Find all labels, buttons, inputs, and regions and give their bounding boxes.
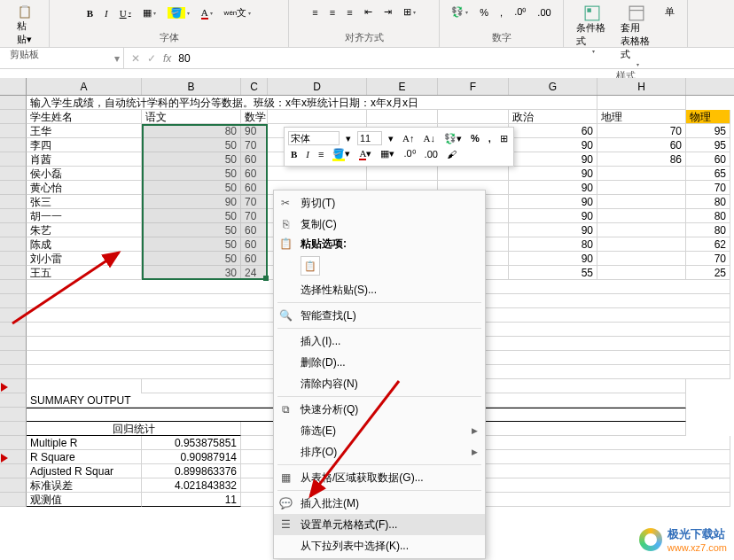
table-format-icon <box>629 5 644 21</box>
percent-button[interactable]: % <box>476 4 492 19</box>
align-group-label: 对齐方式 <box>345 31 384 44</box>
italic-button[interactable]: I <box>101 4 112 21</box>
watermark: 极光下载站 www.xz7.com <box>639 526 727 553</box>
svg-rect-3 <box>587 8 591 12</box>
mini-font-select[interactable] <box>288 131 340 145</box>
comment-icon: 💬 <box>277 495 293 511</box>
indent-inc-button[interactable]: ⇥ <box>380 4 395 19</box>
table-format-button[interactable]: 套用表格格式▾ <box>615 4 658 69</box>
align-top-button[interactable]: ≡ <box>308 4 321 19</box>
underline-button[interactable]: U ▾ <box>116 4 135 21</box>
currency-button[interactable]: 💱▾ <box>448 4 472 19</box>
menu-clear[interactable]: 清除内容(N) <box>274 373 485 394</box>
menu-from-table[interactable]: ▦从表格/区域获取数据(G)... <box>274 467 485 488</box>
formula-input[interactable]: 80 <box>178 52 190 65</box>
align-bottom-button[interactable]: ≡ <box>343 4 355 19</box>
mini-bold[interactable]: B <box>288 148 300 160</box>
currency-mini[interactable]: 💱▾ <box>441 132 465 145</box>
mini-dec2[interactable]: .00 <box>422 148 441 160</box>
bold-button[interactable]: B <box>83 4 97 21</box>
header-yw[interactable]: 语文 <box>142 110 241 124</box>
paste-icon: 📋 <box>277 236 293 252</box>
border-button[interactable]: ▦▾ <box>139 4 160 21</box>
paste-button[interactable]: 粘贴▾ <box>12 4 37 48</box>
menu-smart-lookup[interactable]: 🔍智能查找(L) <box>274 305 485 326</box>
menu-insert-comment[interactable]: 💬插入批注(M) <box>274 493 485 514</box>
menu-insert[interactable]: 插入(I)... <box>274 331 485 352</box>
paste-label: 粘贴▾ <box>17 19 32 46</box>
watermark-url: www.xz7.com <box>668 542 727 553</box>
mini-toolbar: ▾ ▾ A↑ A↓ 💱▾ % , ⊞ B I ≡ 🪣▾ A▾ ▦▾ .0⁰ .0… <box>284 127 514 167</box>
mini-dec1[interactable]: .0⁰ <box>401 147 418 160</box>
font-color-button[interactable]: A▾ <box>198 4 216 21</box>
mini-border[interactable]: ▦▾ <box>378 147 397 160</box>
col-head-f[interactable]: F <box>438 78 509 95</box>
svg-rect-4 <box>629 6 644 20</box>
fx-icon[interactable]: fx <box>163 52 171 65</box>
paste-option-default[interactable]: 📋 <box>301 256 320 276</box>
reg-stats-header[interactable]: 回归统计 <box>27 422 241 436</box>
comma-button[interactable]: , <box>496 4 506 19</box>
header-wl[interactable]: 物理 <box>686 110 730 124</box>
menu-cut[interactable]: ✂剪切(T) <box>274 192 485 214</box>
column-headers: A B C D E F G H <box>0 78 734 96</box>
search-icon: 🔍 <box>277 307 293 323</box>
font-size-dec[interactable]: ▾ <box>343 132 354 145</box>
cond-format-button[interactable]: 条件格式▾ <box>571 4 613 69</box>
mini-fill[interactable]: 🪣▾ <box>330 147 353 160</box>
fill-color-button[interactable]: 🪣▾ <box>164 4 193 21</box>
col-head-h[interactable]: H <box>597 78 686 95</box>
comma-mini[interactable]: , <box>486 132 494 144</box>
mini-italic[interactable]: I <box>303 148 312 160</box>
col-head-c[interactable]: C <box>241 78 268 95</box>
inc-dec-button[interactable]: .0⁰ <box>511 4 529 19</box>
data-row[interactable]: 侯小磊 50 60 90 65 <box>0 167 734 181</box>
cells-mini[interactable]: ⊞ <box>497 132 511 145</box>
menu-dropdown-select[interactable]: 从下拉列表中选择(K)... <box>274 535 485 556</box>
title-cell[interactable]: 输入学生成绩，自动统计学科的平均分等数据。班级：x年x班统计日期：x年x月x日 <box>27 96 597 110</box>
name-box[interactable]: ▾ <box>0 48 124 68</box>
mini-font-color[interactable]: A▾ <box>356 147 374 160</box>
header-zz[interactable]: 政治 <box>509 110 597 124</box>
header-name[interactable]: 学生姓名 <box>27 110 142 124</box>
menu-paste-options: 📋 <box>274 253 485 279</box>
ribbon: 粘贴▾ 剪贴板 B I U ▾ ▦▾ 🪣▾ A▾ wén文▾ 字体 ≡ ≡ ≡ … <box>0 0 734 48</box>
merge-button[interactable]: ⊞▾ <box>400 4 419 19</box>
col-head-g[interactable]: G <box>509 78 597 95</box>
menu-sort[interactable]: 排序(O)▶ <box>274 441 485 463</box>
mini-format-painter[interactable]: 🖌 <box>444 148 459 160</box>
menu-quick-analysis[interactable]: ⧉快速分析(Q) <box>274 399 485 420</box>
col-head-d[interactable]: D <box>268 78 367 95</box>
context-menu: ✂剪切(T) ⎘复制(C) 📋粘贴选项: 📋 选择性粘贴(S)... 🔍智能查找… <box>273 190 486 559</box>
row-indicator <box>1 454 8 463</box>
menu-paste-special[interactable]: 选择性粘贴(S)... <box>274 279 485 300</box>
percent-mini[interactable]: % <box>468 132 482 144</box>
mini-align[interactable]: ≡ <box>316 148 326 160</box>
col-head-a[interactable]: A <box>27 78 142 95</box>
indent-dec-button[interactable]: ⇤ <box>361 4 376 19</box>
cell-styles-button[interactable]: 单 <box>660 4 680 69</box>
shrink-font-button[interactable]: A↓ <box>420 132 437 144</box>
header-dl[interactable]: 地理 <box>597 110 686 124</box>
menu-delete[interactable]: 删除(D)... <box>274 352 485 373</box>
phonetic-button[interactable]: wén文▾ <box>221 4 255 21</box>
clipboard-icon <box>18 5 32 19</box>
grow-font-button[interactable]: A↑ <box>400 132 417 144</box>
menu-copy[interactable]: ⎘复制(C) <box>274 214 485 235</box>
confirm-icon[interactable]: ✓ <box>147 52 156 65</box>
menu-format-cells[interactable]: ☰设置单元格格式(F)... <box>274 514 485 535</box>
header-sx[interactable]: 数学 <box>241 110 268 124</box>
menu-filter[interactable]: 筛选(E)▶ <box>274 420 485 441</box>
cond-format-icon <box>584 5 600 21</box>
font-group-label: 字体 <box>160 31 179 44</box>
menu-paste-options-label: 📋粘贴选项: <box>274 235 485 253</box>
mini-size-select[interactable] <box>357 131 382 145</box>
col-head-b[interactable]: B <box>142 78 241 95</box>
size-arrow[interactable]: ▾ <box>386 132 396 145</box>
col-head-e[interactable]: E <box>367 78 438 95</box>
svg-rect-0 <box>20 7 29 18</box>
dec-dec-button[interactable]: .00 <box>534 4 554 19</box>
select-all-corner[interactable] <box>0 78 27 95</box>
cancel-icon[interactable]: ✕ <box>131 52 140 65</box>
align-mid-button[interactable]: ≡ <box>326 4 339 19</box>
